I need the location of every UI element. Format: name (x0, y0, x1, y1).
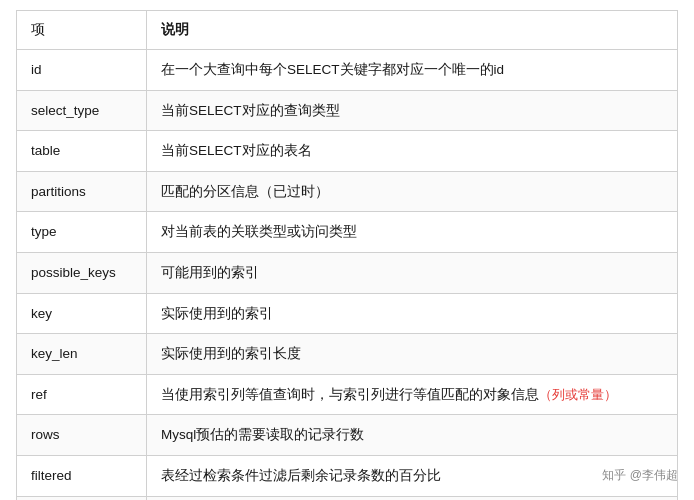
cell-description: 在一个大查询中每个SELECT关键字都对应一个唯一的id (147, 50, 678, 91)
table-row: type对当前表的关联类型或访问类型 (17, 212, 678, 253)
table-row: Extra一些额外的信息 (17, 496, 678, 500)
table-row: filtered表经过检索条件过滤后剩余记录条数的百分比 (17, 455, 678, 496)
cell-item: key (17, 293, 147, 334)
cell-item: Extra (17, 496, 147, 500)
main-container: 项 说明 id在一个大查询中每个SELECT关键字都对应一个唯一的idselec… (0, 0, 694, 500)
header-item: 项 (17, 11, 147, 50)
cell-item: ref (17, 374, 147, 415)
cell-item: possible_keys (17, 252, 147, 293)
table-row: possible_keys可能用到的索引 (17, 252, 678, 293)
table-row: id在一个大查询中每个SELECT关键字都对应一个唯一的id (17, 50, 678, 91)
cell-description: 一些额外的信息 (147, 496, 678, 500)
cell-item: rows (17, 415, 147, 456)
cell-description: 当前SELECT对应的查询类型 (147, 90, 678, 131)
cell-description: 实际使用到的索引长度 (147, 334, 678, 375)
table-row: ref当使用索引列等值查询时，与索引列进行等值匹配的对象信息（列或常量） (17, 374, 678, 415)
cell-description: 对当前表的关联类型或访问类型 (147, 212, 678, 253)
cell-item: key_len (17, 334, 147, 375)
cell-description: 当前SELECT对应的表名 (147, 131, 678, 172)
cell-item: filtered (17, 455, 147, 496)
cell-item: id (17, 50, 147, 91)
highlight-text: （列或常量） (539, 388, 617, 402)
cell-item: type (17, 212, 147, 253)
header-description: 说明 (147, 11, 678, 50)
cell-description: 当使用索引列等值查询时，与索引列进行等值匹配的对象信息（列或常量） (147, 374, 678, 415)
table-row: rowsMysql预估的需要读取的记录行数 (17, 415, 678, 456)
watermark: 知乎 @李伟超 (602, 467, 678, 484)
table-row: partitions匹配的分区信息（已过时） (17, 171, 678, 212)
cell-item: partitions (17, 171, 147, 212)
table-row: table当前SELECT对应的表名 (17, 131, 678, 172)
table-row: key_len实际使用到的索引长度 (17, 334, 678, 375)
table-header-row: 项 说明 (17, 11, 678, 50)
cell-description: Mysql预估的需要读取的记录行数 (147, 415, 678, 456)
cell-item: select_type (17, 90, 147, 131)
explain-table: 项 说明 id在一个大查询中每个SELECT关键字都对应一个唯一的idselec… (16, 10, 678, 500)
table-row: key实际使用到的索引 (17, 293, 678, 334)
cell-item: table (17, 131, 147, 172)
cell-description: 可能用到的索引 (147, 252, 678, 293)
cell-description: 表经过检索条件过滤后剩余记录条数的百分比 (147, 455, 678, 496)
cell-description: 实际使用到的索引 (147, 293, 678, 334)
cell-description: 匹配的分区信息（已过时） (147, 171, 678, 212)
table-row: select_type当前SELECT对应的查询类型 (17, 90, 678, 131)
